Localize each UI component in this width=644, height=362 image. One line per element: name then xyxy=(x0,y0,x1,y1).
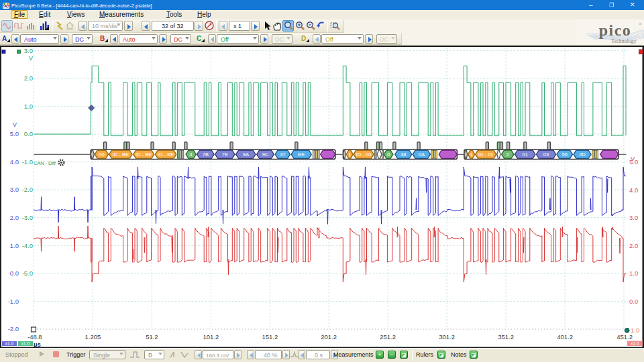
svg-text:2D: 2D xyxy=(579,152,586,158)
svg-text:451.2: 451.2 xyxy=(616,333,633,341)
svg-text:7B: 7B xyxy=(203,152,209,158)
svg-text:301.2: 301.2 xyxy=(439,333,455,341)
svg-text:3.0: 3.0 xyxy=(10,186,19,193)
svg-text:1.0: 1.0 xyxy=(629,269,638,277)
svg-text:0A: 0A xyxy=(419,152,425,158)
svg-text:51.2: 51.2 xyxy=(146,333,158,341)
svg-text:01: 01 xyxy=(523,152,528,158)
svg-text:-5.0: -5.0 xyxy=(22,269,33,277)
svg-text:EE: EE xyxy=(298,152,305,158)
svg-text:ID - BE: ID - BE xyxy=(113,152,129,158)
svg-text:56: 56 xyxy=(562,152,568,158)
svg-text:0.0: 0.0 xyxy=(629,298,638,305)
svg-text:ID - 00: ID - 00 xyxy=(356,152,372,158)
svg-text:2.0: 2.0 xyxy=(24,74,33,82)
svg-text:-2.0: -2.0 xyxy=(22,186,33,193)
svg-text:03: 03 xyxy=(543,152,549,158)
svg-text:x1.0: x1.0 xyxy=(631,341,639,346)
svg-text:-1.0: -1.0 xyxy=(8,298,19,305)
svg-text:-3.0: -3.0 xyxy=(22,214,33,221)
svg-text:V: V xyxy=(29,54,34,62)
svg-text:1.0: 1.0 xyxy=(10,242,19,249)
svg-text:1.205: 1.205 xyxy=(85,333,101,341)
svg-text:pico: pico xyxy=(599,21,632,39)
svg-text:9A: 9A xyxy=(243,152,250,158)
svg-text:0.0: 0.0 xyxy=(24,130,33,137)
svg-text:-2.0: -2.0 xyxy=(8,325,19,333)
svg-text:ID - 01: ID - 01 xyxy=(478,152,494,158)
svg-text:1: 1 xyxy=(348,152,351,158)
svg-text:4.0: 4.0 xyxy=(10,158,19,166)
svg-text:00: 00 xyxy=(99,152,104,158)
svg-text:ID - BE: ID - BE xyxy=(136,152,152,158)
svg-text:-1.0: -1.0 xyxy=(22,158,33,166)
svg-text:5.0: 5.0 xyxy=(10,130,19,137)
svg-text:ID - BE: ID - BE xyxy=(158,152,174,158)
svg-text:9C: 9C xyxy=(262,152,269,158)
svg-text:Technology: Technology xyxy=(611,38,637,44)
svg-text:1: 1 xyxy=(470,152,473,158)
svg-text:37: 37 xyxy=(280,152,285,158)
svg-text:201.2: 201.2 xyxy=(321,333,337,341)
svg-text:2: 2 xyxy=(506,152,509,158)
svg-text:2.0: 2.0 xyxy=(10,214,19,221)
svg-text:4.0: 4.0 xyxy=(629,186,638,194)
svg-text:0.0: 0.0 xyxy=(10,269,19,277)
svg-text:-48.8: -48.8 xyxy=(28,333,42,341)
svg-text:0: 0 xyxy=(387,152,390,158)
svg-text:x1.0: x1.0 xyxy=(5,341,14,346)
svg-text:1.0: 1.0 xyxy=(631,326,639,334)
svg-text:CAN - Diff: CAN - Diff xyxy=(34,160,56,166)
svg-text:1.0: 1.0 xyxy=(24,103,33,110)
svg-text:401.2: 401.2 xyxy=(557,333,573,341)
svg-text:V: V xyxy=(631,155,635,162)
svg-text:3.0: 3.0 xyxy=(629,214,638,221)
svg-text:3.0: 3.0 xyxy=(24,47,33,54)
svg-text:-4.0: -4.0 xyxy=(22,242,33,249)
svg-text:351.2: 351.2 xyxy=(498,333,514,341)
svg-text:V: V xyxy=(13,121,17,128)
svg-text:4: 4 xyxy=(190,152,193,158)
svg-text:7E: 7E xyxy=(222,152,228,158)
svg-text:µs: µs xyxy=(34,341,41,348)
svg-text:2.0: 2.0 xyxy=(629,242,638,249)
svg-text:251.2: 251.2 xyxy=(380,333,396,341)
svg-text:151.2: 151.2 xyxy=(262,333,278,341)
svg-text:x1.0: x1.0 xyxy=(21,341,30,346)
svg-text:101.2: 101.2 xyxy=(203,333,219,341)
svg-text:38: 38 xyxy=(400,152,406,158)
svg-text:®: ® xyxy=(639,22,642,26)
